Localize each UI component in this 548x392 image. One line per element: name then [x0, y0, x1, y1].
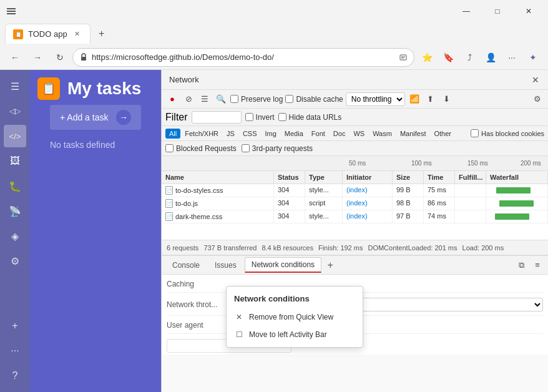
browser-menu-icon[interactable] — [6, 6, 16, 16]
sidebar-icon-image[interactable]: 🖼 — [4, 150, 26, 172]
app-sidebar: ☰ ◁▷ </> 🖼 🐛 📡 ◈ ⚙ + ··· ? — [0, 70, 30, 392]
sidebar-icon-help[interactable]: ? — [4, 365, 26, 387]
cell-name-2: 📄 to-do.js — [162, 197, 274, 210]
type-filter-other[interactable]: Other — [430, 129, 455, 139]
type-filter-doc[interactable]: Doc — [330, 129, 350, 139]
disable-cache-label[interactable]: Disable cache — [285, 95, 343, 104]
invert-checkbox[interactable] — [245, 113, 253, 121]
tab-network-conditions[interactable]: Network conditions — [245, 257, 321, 273]
hide-data-urls-label[interactable]: Hide data URLs — [278, 113, 342, 122]
undock-button[interactable]: ⧉ — [514, 258, 528, 272]
disable-cache-checkbox[interactable] — [285, 95, 293, 103]
sidebar-icon-nav[interactable]: ◁▷ — [4, 100, 26, 122]
cell-initiator-3[interactable]: (index) — [343, 210, 393, 223]
extension-icon[interactable]: ✦ — [523, 47, 543, 67]
no-tasks-label: No tasks defined — [37, 135, 154, 155]
clear-button[interactable]: ⊘ — [182, 92, 195, 106]
forward-button[interactable]: → — [27, 47, 47, 67]
profile-icon[interactable]: 👤 — [481, 47, 501, 67]
tab-close-button[interactable]: ✕ — [72, 29, 82, 39]
browser-toolbar: ← → ↻ https://microsoftedge.github.io/De… — [0, 45, 548, 70]
type-filter-js[interactable]: JS — [223, 129, 238, 139]
star-icon[interactable]: ⭐ — [417, 47, 437, 67]
sidebar-icon-menu[interactable]: ☰ — [4, 75, 26, 97]
has-blocked-label[interactable]: Has blocked cookies — [471, 129, 544, 137]
third-party-label[interactable]: 3rd-party requests — [242, 144, 313, 153]
window-close-button[interactable]: ✕ — [514, 2, 543, 20]
type-filter-manifest[interactable]: Manifest — [396, 129, 430, 139]
filter-toggle-button[interactable]: ☰ — [198, 92, 212, 106]
type-filter-css[interactable]: CSS — [239, 129, 261, 139]
maximize-button[interactable]: □ — [483, 2, 512, 20]
type-filter-img[interactable]: Img — [262, 129, 280, 139]
record-button[interactable]: ● — [165, 92, 179, 106]
filter-input[interactable] — [192, 111, 242, 124]
has-blocked-checkbox[interactable] — [471, 129, 479, 137]
app-area: ☰ ◁▷ </> 🖼 🐛 📡 ◈ ⚙ + ··· ? 📋 My tasks — [0, 70, 161, 392]
sidebar-icon-network[interactable]: 📡 — [4, 200, 26, 222]
cell-type-2: script — [305, 197, 343, 210]
back-button[interactable]: ← — [5, 47, 25, 67]
col-waterfall: Waterfall — [486, 171, 548, 184]
context-menu-item-remove[interactable]: ✕ Remove from Quick View — [227, 308, 363, 326]
wifi-button[interactable]: 📶 — [408, 92, 421, 106]
devtools-settings-button[interactable]: ⚙ — [531, 92, 544, 106]
active-tab[interactable]: 📋 TODO app ✕ — [5, 24, 91, 44]
tick-50ms: 50 ms — [349, 160, 366, 167]
address-bar[interactable]: https://microsoftedge.github.io/Demos/de… — [72, 48, 414, 67]
type-filter-ws[interactable]: WS — [350, 129, 368, 139]
tab-title: TODO app — [28, 29, 67, 39]
filter-label: Filter — [165, 112, 188, 123]
add-task-arrow: → — [116, 110, 131, 125]
cell-status-1: 304 — [274, 184, 305, 197]
cell-fulfill-2 — [455, 197, 486, 210]
type-filter-wasm[interactable]: Wasm — [369, 129, 396, 139]
minimize-button[interactable]: — — [452, 2, 481, 20]
add-task-button[interactable]: + Add a task → — [50, 105, 141, 130]
tab-issues[interactable]: Issues — [208, 258, 243, 273]
export-button[interactable]: ⬇ — [440, 92, 454, 106]
invert-label[interactable]: Invert — [245, 113, 275, 122]
type-filter-fetch-xhr[interactable]: Fetch/XHR — [181, 129, 222, 139]
table-header: Name Status Type Initiator Size Time Ful… — [162, 171, 548, 184]
cell-initiator-1[interactable]: (index) — [343, 184, 393, 197]
sidebar-icon-add[interactable]: + — [4, 315, 26, 337]
context-menu-item-move[interactable]: ☐ Move to left Activity Bar — [227, 326, 363, 343]
sidebar-icon-settings[interactable]: ⚙ — [4, 250, 26, 272]
throttle-select[interactable]: No throttling — [346, 92, 405, 106]
sidebar-icon-code[interactable]: </> — [4, 125, 26, 147]
col-type: Type — [305, 171, 343, 184]
import-button[interactable]: ⬆ — [424, 92, 438, 106]
devtools-close-button[interactable]: ✕ — [528, 72, 543, 87]
type-filter-all[interactable]: All — [165, 129, 180, 139]
preserve-log-checkbox[interactable] — [230, 95, 238, 103]
tab-console[interactable]: Console — [165, 258, 207, 273]
type-filter-font[interactable]: Font — [308, 129, 329, 139]
more-icon[interactable]: ··· — [502, 47, 522, 67]
col-time: Time — [424, 171, 455, 184]
collections-icon[interactable]: 🔖 — [438, 47, 458, 67]
svg-rect-0 — [7, 8, 16, 9]
sidebar-icon-performance[interactable]: ◈ — [4, 225, 26, 247]
new-tab-button[interactable]: + — [93, 25, 110, 42]
status-transferred: 737 B transferred — [203, 244, 257, 252]
tab-favicon: 📋 — [13, 29, 23, 39]
blocked-requests-checkbox[interactable] — [165, 144, 174, 152]
blocked-requests-label[interactable]: Blocked Requests — [165, 144, 237, 153]
table-row: 📄 to-do.js 304 script (index) 98 B 86 ms — [162, 197, 548, 210]
cell-size-2: 98 B — [393, 197, 424, 210]
sidebar-icon-debug[interactable]: 🐛 — [4, 175, 26, 197]
hide-data-urls-checkbox[interactable] — [278, 113, 286, 121]
add-tab-button[interactable]: + — [323, 258, 338, 273]
preserve-log-label[interactable]: Preserve log — [230, 95, 283, 104]
search-button[interactable]: 🔍 — [214, 92, 228, 106]
sidebar-icon-more[interactable]: ··· — [4, 340, 26, 362]
share-icon[interactable]: ⤴ — [459, 47, 479, 67]
third-party-checkbox[interactable] — [242, 144, 250, 152]
cell-initiator-2[interactable]: (index) — [343, 197, 393, 210]
extra-filter-row: Blocked Requests 3rd-party requests — [162, 141, 548, 156]
more-tabs-button[interactable]: ≡ — [531, 258, 544, 272]
file-icon-3: 📄 — [165, 212, 173, 221]
type-filter-media[interactable]: Media — [281, 129, 307, 139]
refresh-button[interactable]: ↻ — [50, 47, 70, 67]
